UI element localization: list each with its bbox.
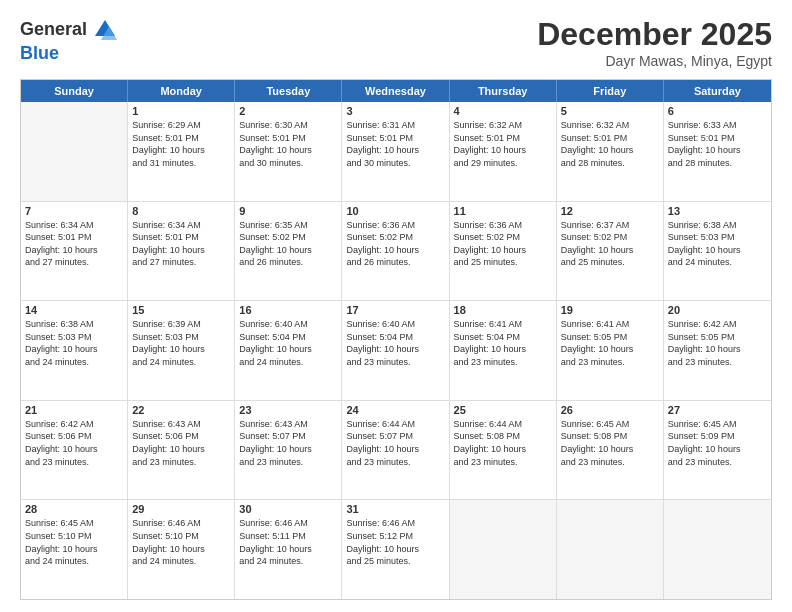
calendar-row-0: 1Sunrise: 6:29 AM Sunset: 5:01 PM Daylig… xyxy=(21,102,771,201)
cell-info: Sunrise: 6:34 AM Sunset: 5:01 PM Dayligh… xyxy=(25,219,123,269)
month-title: December 2025 xyxy=(537,16,772,53)
header-day-friday: Friday xyxy=(557,80,664,102)
day-number: 7 xyxy=(25,205,123,217)
day-number: 24 xyxy=(346,404,444,416)
calendar-body: 1Sunrise: 6:29 AM Sunset: 5:01 PM Daylig… xyxy=(21,102,771,599)
day-number: 26 xyxy=(561,404,659,416)
calendar-cell-1-3: 10Sunrise: 6:36 AM Sunset: 5:02 PM Dayli… xyxy=(342,202,449,301)
header-day-wednesday: Wednesday xyxy=(342,80,449,102)
cell-info: Sunrise: 6:45 AM Sunset: 5:10 PM Dayligh… xyxy=(25,517,123,567)
calendar-cell-0-1: 1Sunrise: 6:29 AM Sunset: 5:01 PM Daylig… xyxy=(128,102,235,201)
day-number: 29 xyxy=(132,503,230,515)
day-number: 27 xyxy=(668,404,767,416)
day-number: 31 xyxy=(346,503,444,515)
cell-info: Sunrise: 6:45 AM Sunset: 5:09 PM Dayligh… xyxy=(668,418,767,468)
cell-info: Sunrise: 6:43 AM Sunset: 5:07 PM Dayligh… xyxy=(239,418,337,468)
calendar-cell-0-5: 5Sunrise: 6:32 AM Sunset: 5:01 PM Daylig… xyxy=(557,102,664,201)
day-number: 11 xyxy=(454,205,552,217)
cell-info: Sunrise: 6:41 AM Sunset: 5:05 PM Dayligh… xyxy=(561,318,659,368)
day-number: 2 xyxy=(239,105,337,117)
day-number: 12 xyxy=(561,205,659,217)
day-number: 28 xyxy=(25,503,123,515)
header-day-monday: Monday xyxy=(128,80,235,102)
calendar: SundayMondayTuesdayWednesdayThursdayFrid… xyxy=(20,79,772,600)
day-number: 15 xyxy=(132,304,230,316)
cell-info: Sunrise: 6:46 AM Sunset: 5:11 PM Dayligh… xyxy=(239,517,337,567)
calendar-cell-4-0: 28Sunrise: 6:45 AM Sunset: 5:10 PM Dayli… xyxy=(21,500,128,599)
day-number: 1 xyxy=(132,105,230,117)
calendar-cell-3-3: 24Sunrise: 6:44 AM Sunset: 5:07 PM Dayli… xyxy=(342,401,449,500)
cell-info: Sunrise: 6:38 AM Sunset: 5:03 PM Dayligh… xyxy=(668,219,767,269)
day-number: 14 xyxy=(25,304,123,316)
cell-info: Sunrise: 6:40 AM Sunset: 5:04 PM Dayligh… xyxy=(346,318,444,368)
day-number: 10 xyxy=(346,205,444,217)
cell-info: Sunrise: 6:44 AM Sunset: 5:07 PM Dayligh… xyxy=(346,418,444,468)
calendar-cell-4-5 xyxy=(557,500,664,599)
cell-info: Sunrise: 6:38 AM Sunset: 5:03 PM Dayligh… xyxy=(25,318,123,368)
header-day-thursday: Thursday xyxy=(450,80,557,102)
calendar-cell-4-4 xyxy=(450,500,557,599)
day-number: 6 xyxy=(668,105,767,117)
header-day-saturday: Saturday xyxy=(664,80,771,102)
day-number: 20 xyxy=(668,304,767,316)
cell-info: Sunrise: 6:35 AM Sunset: 5:02 PM Dayligh… xyxy=(239,219,337,269)
calendar-header: SundayMondayTuesdayWednesdayThursdayFrid… xyxy=(21,80,771,102)
calendar-cell-2-5: 19Sunrise: 6:41 AM Sunset: 5:05 PM Dayli… xyxy=(557,301,664,400)
calendar-row-4: 28Sunrise: 6:45 AM Sunset: 5:10 PM Dayli… xyxy=(21,499,771,599)
day-number: 30 xyxy=(239,503,337,515)
day-number: 5 xyxy=(561,105,659,117)
cell-info: Sunrise: 6:32 AM Sunset: 5:01 PM Dayligh… xyxy=(454,119,552,169)
calendar-cell-2-2: 16Sunrise: 6:40 AM Sunset: 5:04 PM Dayli… xyxy=(235,301,342,400)
header-day-sunday: Sunday xyxy=(21,80,128,102)
calendar-cell-3-6: 27Sunrise: 6:45 AM Sunset: 5:09 PM Dayli… xyxy=(664,401,771,500)
calendar-cell-1-2: 9Sunrise: 6:35 AM Sunset: 5:02 PM Daylig… xyxy=(235,202,342,301)
cell-info: Sunrise: 6:37 AM Sunset: 5:02 PM Dayligh… xyxy=(561,219,659,269)
day-number: 22 xyxy=(132,404,230,416)
calendar-cell-2-3: 17Sunrise: 6:40 AM Sunset: 5:04 PM Dayli… xyxy=(342,301,449,400)
calendar-cell-3-2: 23Sunrise: 6:43 AM Sunset: 5:07 PM Dayli… xyxy=(235,401,342,500)
day-number: 21 xyxy=(25,404,123,416)
calendar-cell-1-0: 7Sunrise: 6:34 AM Sunset: 5:01 PM Daylig… xyxy=(21,202,128,301)
cell-info: Sunrise: 6:36 AM Sunset: 5:02 PM Dayligh… xyxy=(346,219,444,269)
calendar-cell-0-0 xyxy=(21,102,128,201)
calendar-cell-4-6 xyxy=(664,500,771,599)
cell-info: Sunrise: 6:31 AM Sunset: 5:01 PM Dayligh… xyxy=(346,119,444,169)
header: General Blue December 2025 Dayr Mawas, M… xyxy=(20,16,772,69)
cell-info: Sunrise: 6:46 AM Sunset: 5:12 PM Dayligh… xyxy=(346,517,444,567)
calendar-cell-0-4: 4Sunrise: 6:32 AM Sunset: 5:01 PM Daylig… xyxy=(450,102,557,201)
logo: General Blue xyxy=(20,16,119,64)
cell-info: Sunrise: 6:40 AM Sunset: 5:04 PM Dayligh… xyxy=(239,318,337,368)
title-block: December 2025 Dayr Mawas, Minya, Egypt xyxy=(537,16,772,69)
calendar-cell-1-6: 13Sunrise: 6:38 AM Sunset: 5:03 PM Dayli… xyxy=(664,202,771,301)
logo-blue: Blue xyxy=(20,44,119,64)
cell-info: Sunrise: 6:41 AM Sunset: 5:04 PM Dayligh… xyxy=(454,318,552,368)
day-number: 16 xyxy=(239,304,337,316)
day-number: 18 xyxy=(454,304,552,316)
cell-info: Sunrise: 6:42 AM Sunset: 5:06 PM Dayligh… xyxy=(25,418,123,468)
logo-icon xyxy=(91,16,119,44)
calendar-cell-3-5: 26Sunrise: 6:45 AM Sunset: 5:08 PM Dayli… xyxy=(557,401,664,500)
day-number: 8 xyxy=(132,205,230,217)
page: General Blue December 2025 Dayr Mawas, M… xyxy=(0,0,792,612)
day-number: 3 xyxy=(346,105,444,117)
calendar-cell-3-4: 25Sunrise: 6:44 AM Sunset: 5:08 PM Dayli… xyxy=(450,401,557,500)
calendar-cell-2-0: 14Sunrise: 6:38 AM Sunset: 5:03 PM Dayli… xyxy=(21,301,128,400)
calendar-cell-1-4: 11Sunrise: 6:36 AM Sunset: 5:02 PM Dayli… xyxy=(450,202,557,301)
calendar-cell-0-2: 2Sunrise: 6:30 AM Sunset: 5:01 PM Daylig… xyxy=(235,102,342,201)
cell-info: Sunrise: 6:32 AM Sunset: 5:01 PM Dayligh… xyxy=(561,119,659,169)
calendar-cell-1-5: 12Sunrise: 6:37 AM Sunset: 5:02 PM Dayli… xyxy=(557,202,664,301)
cell-info: Sunrise: 6:42 AM Sunset: 5:05 PM Dayligh… xyxy=(668,318,767,368)
calendar-row-3: 21Sunrise: 6:42 AM Sunset: 5:06 PM Dayli… xyxy=(21,400,771,500)
day-number: 17 xyxy=(346,304,444,316)
calendar-cell-2-6: 20Sunrise: 6:42 AM Sunset: 5:05 PM Dayli… xyxy=(664,301,771,400)
calendar-cell-4-1: 29Sunrise: 6:46 AM Sunset: 5:10 PM Dayli… xyxy=(128,500,235,599)
cell-info: Sunrise: 6:29 AM Sunset: 5:01 PM Dayligh… xyxy=(132,119,230,169)
cell-info: Sunrise: 6:44 AM Sunset: 5:08 PM Dayligh… xyxy=(454,418,552,468)
cell-info: Sunrise: 6:39 AM Sunset: 5:03 PM Dayligh… xyxy=(132,318,230,368)
calendar-row-2: 14Sunrise: 6:38 AM Sunset: 5:03 PM Dayli… xyxy=(21,300,771,400)
calendar-cell-3-1: 22Sunrise: 6:43 AM Sunset: 5:06 PM Dayli… xyxy=(128,401,235,500)
calendar-cell-3-0: 21Sunrise: 6:42 AM Sunset: 5:06 PM Dayli… xyxy=(21,401,128,500)
calendar-cell-0-3: 3Sunrise: 6:31 AM Sunset: 5:01 PM Daylig… xyxy=(342,102,449,201)
cell-info: Sunrise: 6:43 AM Sunset: 5:06 PM Dayligh… xyxy=(132,418,230,468)
cell-info: Sunrise: 6:45 AM Sunset: 5:08 PM Dayligh… xyxy=(561,418,659,468)
